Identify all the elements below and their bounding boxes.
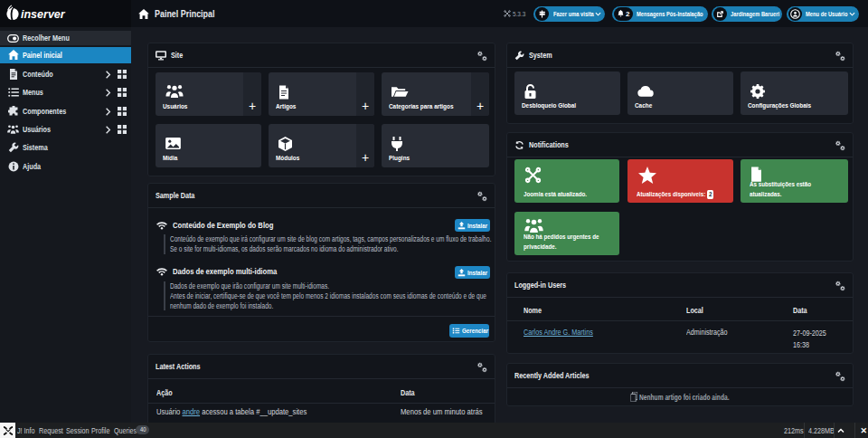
svg-text:inserver: inserver (21, 8, 66, 21)
